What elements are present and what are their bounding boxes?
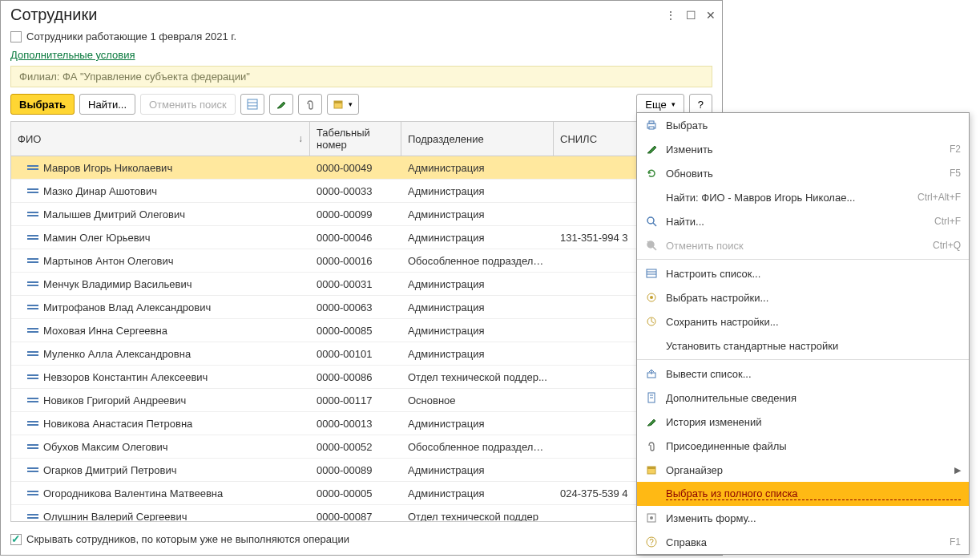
menu-item[interactable]: История изменений [637, 410, 969, 434]
svg-rect-31 [27, 467, 38, 469]
search-icon [645, 215, 658, 228]
cell-dept: Администрация [401, 484, 554, 503]
menu-item[interactable]: ?СправкаF1 [637, 530, 969, 554]
menu-item[interactable]: Настроить список... [637, 261, 969, 285]
cell-fio: Менчук Владимир Васильевич [11, 275, 310, 293]
table-header: ФИО Табельный номер Подразделение СНИЛС [11, 122, 712, 156]
menu-item-shortcut: F5 [950, 168, 961, 179]
svg-rect-11 [27, 235, 38, 237]
extra-conditions-link[interactable]: Дополнительные условия [10, 49, 135, 61]
menu-item[interactable]: Сохранить настройки... [637, 309, 969, 334]
cell-dept: Администрация [401, 345, 554, 363]
menu-item-label: Настроить список... [666, 268, 961, 280]
menu-item[interactable]: Присоединенные файлы [637, 434, 969, 458]
table-row[interactable]: Менчук Владимир Васильевич0000-00031Адми… [11, 273, 712, 296]
svg-rect-10 [27, 215, 38, 216]
svg-rect-5 [27, 165, 38, 167]
menu-item[interactable]: Найти: ФИО - Мавров Игорь Николае...Ctrl… [637, 185, 969, 209]
menu-item[interactable]: Найти...Ctrl+F [637, 209, 969, 233]
kebab-icon[interactable]: ⋮ [665, 9, 676, 22]
table-row[interactable]: Огородникова Валентина Матвеевна0000-000… [11, 482, 712, 505]
date-filter-row: Сотрудники работающие 1 февраля 2021 г. [1, 27, 722, 46]
menu-item[interactable]: ОбновитьF5 [637, 161, 969, 185]
table-row[interactable]: Обухов Максим Олегович0000-00052Обособле… [11, 435, 712, 459]
help-icon: ? [645, 536, 658, 548]
svg-rect-24 [27, 378, 38, 379]
menu-item-label: Присоединенные файлы [666, 440, 961, 452]
cell-fio: Мавров Игорь Николаевич [11, 159, 310, 177]
cell-fio: Новиков Григорий Андреевич [11, 391, 310, 410]
table-row[interactable]: Муленко Алла Александровна0000-00101Адми… [11, 342, 712, 366]
table-row[interactable]: Мавров Игорь Николаевич0000-00049Админис… [11, 156, 712, 180]
list-settings-icon [645, 267, 658, 280]
svg-point-49 [650, 296, 653, 299]
cell-dept: Отдел технической поддер [401, 507, 554, 523]
menu-item: Отменить поискCtrl+Q [637, 233, 969, 257]
menu-item[interactable]: ИзменитьF2 [637, 137, 969, 161]
find-button[interactable]: Найти... [79, 94, 135, 115]
svg-text:?: ? [649, 538, 654, 547]
menu-item[interactable]: Выбрать настройки... [637, 285, 969, 309]
table-row[interactable]: Новикова Анастасия Петровна0000-00013Адм… [11, 412, 712, 435]
menu-item-label: Выбрать [666, 119, 961, 131]
svg-rect-28 [27, 424, 38, 426]
cell-fio: Мартынов Антон Олегович [11, 252, 310, 270]
attach-button[interactable] [298, 94, 322, 115]
svg-rect-27 [27, 421, 38, 423]
caret-down-icon: ▾ [671, 100, 676, 108]
svg-rect-13 [27, 258, 38, 260]
menu-item[interactable]: Изменить форму... [637, 506, 969, 530]
cell-tab: 0000-00087 [310, 507, 401, 523]
table-row[interactable]: Олушнин Валерий Сергеевич0000-00087Отдел… [11, 505, 712, 522]
menu-item[interactable]: Выбрать [637, 113, 969, 137]
menu-item[interactable]: Дополнительные сведения [637, 386, 969, 410]
hide-inactive-checkbox[interactable] [10, 534, 22, 545]
table-row[interactable]: Новиков Григорий Андреевич0000-00117Осно… [11, 389, 712, 412]
date-filter-checkbox[interactable] [10, 31, 22, 42]
table-row[interactable]: Мартынов Антон Олегович0000-00016Обособл… [11, 249, 712, 273]
cell-tab: 0000-00086 [310, 368, 401, 386]
maximize-icon[interactable]: ☐ [686, 9, 696, 22]
table-row[interactable]: Мамин Олег Юрьевич0000-00046Администраци… [11, 226, 712, 249]
table-row[interactable]: Малышев Дмитрий Олегович0000-00099Админи… [11, 203, 712, 226]
cell-fio: Олушнин Валерий Сергеевич [11, 507, 310, 523]
menu-item[interactable]: Вывести список... [637, 362, 969, 386]
menu-item[interactable]: Установить стандартные настройки [637, 334, 969, 358]
svg-rect-25 [27, 398, 38, 399]
menu-item[interactable]: Органайзер▶ [637, 458, 969, 482]
close-icon[interactable]: ✕ [706, 9, 716, 22]
cell-tab: 0000-00101 [310, 345, 401, 363]
table-row[interactable]: Мазко Динар Ашотович0000-00033Администра… [11, 180, 712, 203]
list-view-button[interactable] [240, 94, 264, 115]
cell-dept: Администрация [401, 321, 554, 340]
print-icon [645, 119, 658, 131]
employee-icon [27, 257, 38, 265]
table-row[interactable]: Митрофанов Влад Александрович0000-00063А… [11, 296, 712, 319]
employee-icon [27, 419, 38, 427]
cell-tab: 0000-00033 [310, 182, 401, 200]
active-filter-bar: Филиал: ФА "Управление субъекта федераци… [10, 66, 712, 87]
history-button[interactable] [269, 94, 293, 115]
svg-rect-12 [27, 238, 38, 240]
organizer-button[interactable]: ▾ [327, 94, 359, 115]
cell-dept: Администрация [401, 414, 554, 433]
employees-table: ФИО Табельный номер Подразделение СНИЛС … [10, 121, 712, 522]
svg-rect-19 [27, 328, 38, 330]
menu-item-shortcut: Ctrl+F [934, 216, 961, 227]
cell-dept: Отдел технической поддер... [401, 368, 554, 386]
table-row[interactable]: Невзоров Константин Алексеевич0000-00086… [11, 366, 712, 389]
employee-icon [27, 280, 38, 288]
cell-dept: Администрация [401, 205, 554, 224]
cell-tab: 0000-00063 [310, 298, 401, 317]
cell-fio: Огородникова Валентина Матвеевна [11, 484, 310, 503]
column-fio[interactable]: ФИО [11, 122, 310, 156]
employee-icon [27, 164, 38, 172]
table-row[interactable]: Огарков Дмитрий Петрович0000-00089Админи… [11, 459, 712, 482]
cell-dept: Администрация [401, 228, 554, 247]
column-tab[interactable]: Табельный номер [310, 122, 401, 156]
cell-tab: 0000-00005 [310, 484, 401, 503]
select-button[interactable]: Выбрать [10, 94, 75, 115]
menu-item[interactable]: Выбрать из полного списка [637, 482, 969, 506]
table-row[interactable]: Моховая Инна Сергеевна0000-00085Админист… [11, 319, 712, 342]
column-dept[interactable]: Подразделение [401, 122, 554, 156]
